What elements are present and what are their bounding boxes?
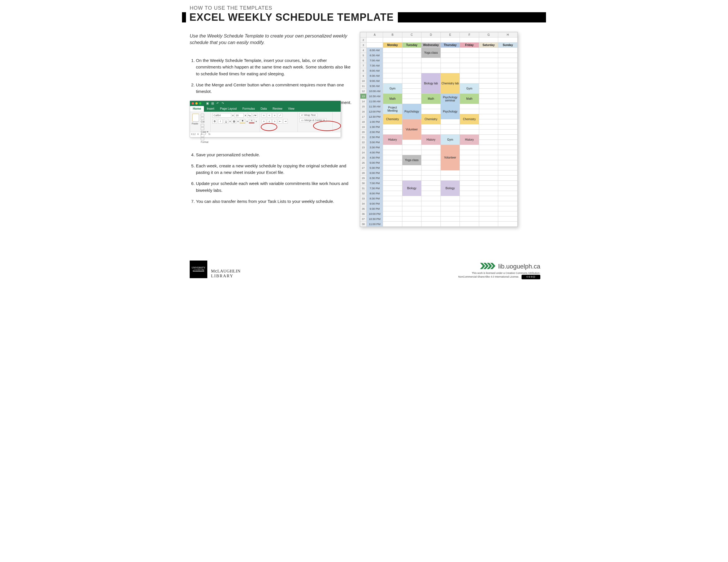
tab-view: View (285, 106, 297, 112)
library-url: lib.uoguelph.ca (480, 263, 540, 271)
event-history-mon: History (383, 135, 402, 145)
paste-icon (192, 114, 199, 122)
time-2000: 8:00 PM (367, 191, 383, 196)
time-2230: 10:30 PM (367, 217, 383, 222)
time-2300: 11:00 PM (367, 222, 383, 227)
font-name-select: Calibri (212, 113, 231, 118)
event-math-fri: Math (460, 94, 479, 104)
time-1600: 4:00 PM (367, 150, 383, 155)
event-project-meeting: Project Meeting (383, 104, 402, 114)
formula-bar: K12 ▾ ✕ ✓ fx (190, 132, 341, 136)
intro-text: Use the Weekly Schedule Template to crea… (190, 33, 352, 46)
col-F: F (460, 32, 479, 38)
align-middle-icon: ≡ (267, 113, 272, 118)
print-icon: ▤ (211, 102, 214, 105)
ribbon-tabs: Home Insert Page Layout Formulas Data Re… (190, 106, 341, 112)
time-1100: 11:00 AM (367, 99, 383, 104)
event-gym-thu: Gym (440, 135, 460, 145)
wrap-text-icon: ↩ (301, 114, 303, 117)
time-0700: 7:00 AM (367, 58, 383, 63)
select-all-corner (360, 32, 367, 38)
tab-data: Data (258, 106, 270, 112)
time-1830: 6:30 PM (367, 176, 383, 181)
time-2130: 9:30 PM (367, 206, 383, 212)
time-0730: 7:30 AM (367, 63, 383, 68)
col-C: C (402, 32, 421, 38)
undo-icon: ↶ (216, 102, 219, 105)
footer: UNIVERSITYof GUELPH MᴄLAUGHLIN LIBRARY l… (182, 258, 546, 281)
merge-icon: ▭ (301, 119, 304, 122)
event-math-wed: Math (421, 94, 441, 104)
time-2100: 9:00 PM (367, 201, 383, 206)
cut-icon (201, 113, 205, 116)
tab-home: Home (190, 106, 204, 112)
time-0630: 6:30 AM (367, 53, 383, 58)
tab-insert: Insert (204, 106, 217, 112)
row-2: 2 (360, 38, 367, 43)
event-chem-wed: Chemistry (421, 114, 441, 125)
schedule-spreadsheet: A B C D E F G H 2 3 Monday Tuesday Wedne… (360, 32, 518, 227)
time-1200: 12:00 PM (367, 109, 383, 114)
time-0600: 6:00 AM (367, 48, 383, 53)
time-2030: 8:30 PM (367, 196, 383, 201)
bold-button: B (212, 119, 217, 124)
time-0930: 9:30 AM (367, 84, 383, 89)
header-eyebrow: HOW TO USE THE TEMPLATES (190, 5, 272, 11)
step-5: Each week, create a new weekly schedule … (196, 163, 352, 176)
time-1230: 12:30 PM (367, 114, 383, 119)
step-6: Update your schedule each week with vari… (196, 180, 352, 194)
align-left-icon: ≡ (262, 119, 266, 124)
day-friday: Friday (460, 43, 479, 48)
decrease-indent-icon: ⇤ (278, 119, 282, 124)
wrap-text-button: ↩ Wrap Text (299, 113, 317, 117)
time-1630: 4:30 PM (367, 155, 383, 160)
row-3: 3 (360, 43, 367, 48)
time-1400: 2:00 PM (367, 130, 383, 135)
time-1300: 1:00 PM (367, 119, 383, 125)
schedule-table: A B C D E F G H 2 3 Monday Tuesday Wedne… (360, 32, 518, 227)
day-thursday: Thursday (440, 43, 460, 48)
license-text: This work is licensed under a Creative C… (458, 272, 540, 279)
font-color-button: A (249, 119, 255, 124)
time-1900: 7:00 PM (367, 181, 383, 186)
event-history-fri: History (460, 135, 479, 145)
event-psych-tue: Psychology (402, 104, 421, 119)
event-psych-thu: Psychology (440, 104, 460, 119)
title-bar-trail (398, 12, 546, 22)
align-top-icon: ≡ (262, 113, 266, 118)
excel-ribbon-screenshot: ▣ ▤ ↶ ↷ Home Insert Page Layout Formulas… (190, 101, 341, 138)
step-7: You can also transfer items from your Ta… (196, 198, 352, 205)
event-math-mon: Math (383, 94, 402, 104)
col-A: A (367, 32, 383, 38)
time-1800: 6:00 PM (367, 171, 383, 176)
time-0800: 8:00 AM (367, 68, 383, 73)
cut-label: Cut (201, 117, 205, 123)
cc-by-nc-sa-badge: ©①⑤⓪ (522, 275, 540, 279)
italic-button: I (218, 119, 223, 124)
close-icon (192, 102, 194, 105)
merge-wrap-group: ↩ Wrap Text ▭ Merge & Center ▾ (298, 112, 333, 132)
time-1700: 5:00 PM (367, 160, 383, 165)
align-right-icon: ≡ (272, 119, 277, 124)
name-box: K12 (191, 133, 196, 136)
orientation-icon: ⤢ (278, 113, 282, 118)
time-0900: 9:00 AM (367, 78, 383, 84)
day-tuesday: Tuesday (402, 43, 421, 48)
mclaughlin-library-wordmark: MᴄLAUGHLIN LIBRARY (211, 269, 241, 278)
align-center-icon: ≡ (267, 119, 272, 124)
zoom-icon (199, 102, 201, 105)
underline-button: U (224, 119, 228, 124)
tab-formulas: Formulas (239, 106, 258, 112)
event-biology-thu: Biology (440, 181, 460, 196)
col-D: D (421, 32, 441, 38)
format-label: Format (201, 137, 208, 144)
time-1530: 3:30 PM (367, 145, 383, 150)
step-2: Use the Merge and Center button when a c… (196, 82, 352, 95)
borders-icon: ▦ (232, 119, 236, 124)
chevrons-icon (480, 263, 496, 271)
title-row: EXCEL WEEKLY SCHEDULE TEMPLATE (182, 11, 546, 23)
grow-font-icon: A▴ (247, 113, 252, 118)
day-saturday: Saturday (479, 43, 498, 48)
time-0830: 8:30 AM (367, 73, 383, 78)
event-chem-mon: Chemistry (383, 114, 402, 125)
